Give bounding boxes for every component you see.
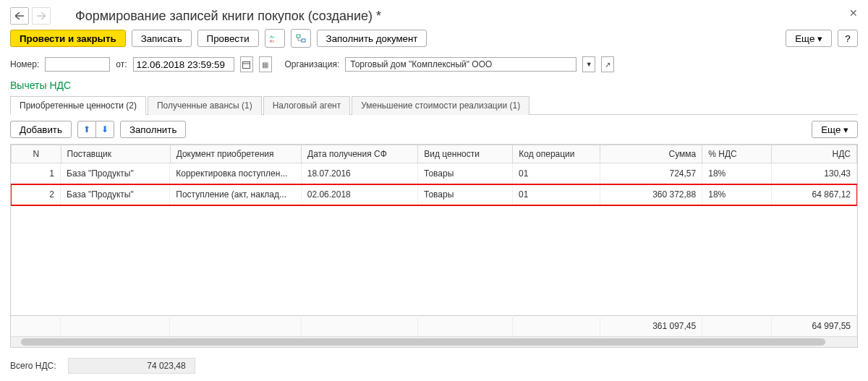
tab-received-advances[interactable]: Полученные авансы (1) (148, 96, 262, 115)
cell-n: 2 (11, 184, 61, 205)
section-title: Вычеты НДС (10, 80, 858, 91)
cell-pct: 18% (702, 184, 772, 205)
org-label: Организация: (285, 59, 340, 69)
help-button[interactable]: ? (838, 30, 858, 47)
total-nds: 64 997,55 (771, 316, 856, 337)
org-open-button[interactable]: ↗ (601, 56, 614, 72)
cell-doc: Корректировка поступлен... (170, 163, 301, 184)
date-input[interactable] (133, 57, 234, 72)
total-sum: 361 097,45 (600, 316, 702, 337)
org-value: Торговый дом "Комплексный" ООО (350, 59, 492, 69)
tab-acquired-values[interactable]: Приобретенные ценности (2) (10, 96, 146, 115)
col-type[interactable]: Вид ценности (418, 145, 513, 163)
tab-tax-agent[interactable]: Налоговый агент (263, 96, 351, 115)
cell-nds: 130,43 (771, 163, 856, 184)
cell-pct: 18% (702, 163, 772, 184)
cell-date: 02.06.2018 (301, 184, 417, 205)
chevron-down-icon: ▾ (843, 124, 848, 135)
more-label: Еще (795, 33, 814, 44)
table-row[interactable]: 1 База "Продукты" Корректировка поступле… (11, 163, 857, 184)
col-opcode[interactable]: Код операции (513, 145, 600, 163)
chevron-down-icon: ▾ (817, 33, 822, 44)
nav-forward-button[interactable] (32, 7, 51, 25)
arrow-down-icon: ⬇ (101, 124, 109, 134)
cell-opcode: 01 (513, 163, 600, 184)
nav-back-button[interactable] (10, 7, 29, 25)
post-and-close-button[interactable]: Провести и закрыть (10, 30, 126, 47)
svg-text:Кт: Кт (270, 39, 274, 43)
org-dropdown-button[interactable]: ▼ (582, 56, 595, 72)
col-doc[interactable]: Документ приобретения (170, 145, 301, 163)
cell-supplier: База "Продукты" (61, 163, 170, 184)
more-button-top[interactable]: Еще ▾ (786, 30, 832, 47)
close-button[interactable]: ✕ (849, 7, 858, 19)
scrollbar-thumb[interactable] (21, 338, 825, 346)
svg-rect-2 (297, 35, 300, 38)
cell-n: 1 (11, 163, 61, 184)
col-sum[interactable]: Сумма (600, 145, 702, 163)
open-icon: ↗ (605, 61, 610, 69)
table-row[interactable]: 2 База "Продукты" Поступление (акт, накл… (11, 184, 857, 205)
move-row-group: ⬆ ⬇ (77, 121, 114, 138)
structure-icon-button[interactable] (291, 29, 311, 48)
svg-rect-4 (243, 61, 250, 68)
svg-rect-3 (302, 39, 305, 42)
arrow-up-icon: ⬆ (83, 124, 90, 134)
cell-type: Товары (418, 184, 513, 205)
chevron-down-icon: ▼ (586, 61, 592, 68)
from-label: от: (116, 59, 127, 69)
org-select[interactable]: Торговый дом "Комплексный" ООО (345, 57, 576, 72)
more-grid-label: Еще (821, 124, 841, 135)
page-title: Формирование записей книги покупок (созд… (75, 9, 381, 24)
add-row-button[interactable]: Добавить (10, 121, 72, 138)
grid: N Поставщик Документ приобретения Дата п… (10, 144, 858, 348)
cell-doc: Поступление (акт, наклад... (170, 184, 301, 205)
tab-cost-reduction[interactable]: Уменьшение стоимости реализации (1) (352, 96, 529, 115)
post-button[interactable]: Провести (197, 30, 259, 47)
number-input[interactable] (45, 57, 110, 72)
cell-opcode: 01 (513, 184, 600, 205)
cell-type: Товары (418, 163, 513, 184)
move-up-button[interactable]: ⬆ (78, 121, 96, 137)
date-unknown-button[interactable]: ▦ (259, 56, 272, 72)
horizontal-scrollbar[interactable] (11, 336, 857, 347)
cell-supplier: База "Продукты" (61, 184, 170, 205)
col-pct[interactable]: % НДС (702, 145, 772, 163)
number-label: Номер: (10, 59, 39, 69)
move-down-button[interactable]: ⬇ (96, 121, 114, 137)
dtkt-icon-button[interactable]: АтКт (265, 29, 285, 48)
calendar-icon-button[interactable] (240, 56, 253, 72)
col-n[interactable]: N (12, 145, 61, 163)
cell-date: 18.07.2016 (301, 163, 417, 184)
col-nds[interactable]: НДС (772, 145, 857, 163)
fill-document-button[interactable]: Заполнить документ (317, 30, 427, 47)
cell-sum: 360 372,88 (600, 184, 702, 205)
col-supplier[interactable]: Поставщик (61, 145, 170, 163)
save-button[interactable]: Записать (132, 30, 192, 47)
fill-button[interactable]: Заполнить (120, 121, 186, 138)
col-date[interactable]: Дата получения СФ (302, 145, 418, 163)
totals-row: 361 097,45 64 997,55 (11, 316, 857, 337)
cell-sum: 724,57 (600, 163, 702, 184)
more-button-grid[interactable]: Еще ▾ (812, 121, 858, 138)
total-nds-label: Всего НДС: (10, 361, 56, 371)
total-nds-value: 74 023,48 (68, 358, 195, 374)
cell-nds: 64 867,12 (771, 184, 856, 205)
